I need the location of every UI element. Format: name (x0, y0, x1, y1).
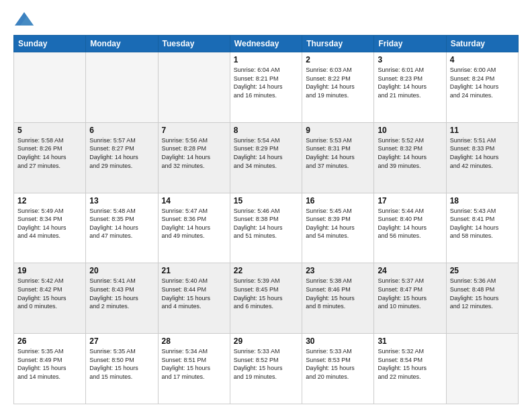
day-info: Sunrise: 5:42 AMSunset: 8:42 PMDaylight:… (17, 277, 82, 310)
calendar-cell (446, 334, 518, 404)
calendar-cell: 21Sunrise: 5:40 AMSunset: 8:44 PMDayligh… (158, 263, 230, 334)
page: SundayMondayTuesdayWednesdayThursdayFrid… (0, 0, 532, 411)
day-info: Sunrise: 6:00 AMSunset: 8:24 PMDaylight:… (450, 66, 515, 99)
weekday-header-friday: Friday (374, 36, 446, 52)
calendar-cell: 10Sunrise: 5:52 AMSunset: 8:32 PMDayligh… (374, 122, 446, 193)
calendar-cell: 19Sunrise: 5:42 AMSunset: 8:42 PMDayligh… (14, 263, 86, 334)
day-number: 8 (234, 126, 298, 135)
day-number: 11 (450, 126, 515, 135)
day-number: 19 (17, 266, 82, 275)
calendar-cell: 24Sunrise: 5:37 AMSunset: 8:47 PMDayligh… (374, 263, 446, 334)
calendar-cell: 27Sunrise: 5:35 AMSunset: 8:50 PMDayligh… (86, 334, 158, 404)
calendar-cell: 23Sunrise: 5:38 AMSunset: 8:46 PMDayligh… (302, 263, 374, 334)
day-info: Sunrise: 5:40 AMSunset: 8:44 PMDaylight:… (162, 277, 226, 310)
calendar-cell: 6Sunrise: 5:57 AMSunset: 8:27 PMDaylight… (86, 122, 158, 193)
day-number: 2 (306, 55, 370, 64)
calendar-cell: 25Sunrise: 5:36 AMSunset: 8:48 PMDayligh… (446, 263, 518, 334)
weekday-header-tuesday: Tuesday (158, 36, 230, 52)
day-info: Sunrise: 5:56 AMSunset: 8:28 PMDaylight:… (162, 136, 226, 170)
day-info: Sunrise: 5:43 AMSunset: 8:41 PMDaylight:… (450, 207, 515, 240)
day-number: 21 (162, 266, 226, 275)
calendar-table: SundayMondayTuesdayWednesdayThursdayFrid… (13, 35, 519, 404)
calendar-cell: 16Sunrise: 5:45 AMSunset: 8:39 PMDayligh… (302, 193, 374, 263)
day-info: Sunrise: 5:35 AMSunset: 8:49 PMDaylight:… (17, 347, 82, 381)
day-number: 25 (450, 266, 515, 275)
weekday-header-saturday: Saturday (446, 36, 518, 52)
day-number: 10 (378, 126, 442, 135)
day-info: Sunrise: 5:54 AMSunset: 8:29 PMDaylight:… (234, 136, 298, 170)
day-number: 13 (89, 196, 154, 205)
day-info: Sunrise: 5:49 AMSunset: 8:34 PMDaylight:… (17, 207, 82, 240)
calendar-cell: 30Sunrise: 5:33 AMSunset: 8:53 PMDayligh… (302, 334, 374, 404)
day-info: Sunrise: 5:44 AMSunset: 8:40 PMDaylight:… (378, 207, 442, 240)
day-info: Sunrise: 5:39 AMSunset: 8:45 PMDaylight:… (234, 277, 298, 310)
calendar-cell: 26Sunrise: 5:35 AMSunset: 8:49 PMDayligh… (14, 334, 86, 404)
calendar-cell: 12Sunrise: 5:49 AMSunset: 8:34 PMDayligh… (14, 193, 86, 263)
day-info: Sunrise: 5:58 AMSunset: 8:26 PMDaylight:… (17, 136, 82, 170)
weekday-header-monday: Monday (86, 36, 158, 52)
calendar-cell: 11Sunrise: 5:51 AMSunset: 8:33 PMDayligh… (446, 122, 518, 193)
day-number: 5 (17, 126, 82, 135)
calendar-cell: 18Sunrise: 5:43 AMSunset: 8:41 PMDayligh… (446, 193, 518, 263)
day-number: 7 (162, 126, 226, 135)
day-number: 20 (89, 266, 154, 275)
calendar-cell: 7Sunrise: 5:56 AMSunset: 8:28 PMDaylight… (158, 122, 230, 193)
day-info: Sunrise: 5:36 AMSunset: 8:48 PMDaylight:… (450, 277, 515, 310)
day-info: Sunrise: 5:45 AMSunset: 8:39 PMDaylight:… (306, 207, 370, 240)
calendar-cell: 14Sunrise: 5:47 AMSunset: 8:36 PMDayligh… (158, 193, 230, 263)
day-info: Sunrise: 5:41 AMSunset: 8:43 PMDaylight:… (89, 277, 154, 310)
day-info: Sunrise: 5:35 AMSunset: 8:50 PMDaylight:… (89, 347, 154, 381)
calendar-cell: 31Sunrise: 5:32 AMSunset: 8:54 PMDayligh… (374, 334, 446, 404)
day-info: Sunrise: 6:01 AMSunset: 8:23 PMDaylight:… (378, 66, 442, 99)
day-number: 26 (17, 336, 82, 346)
day-number: 1 (234, 55, 298, 64)
day-number: 24 (378, 266, 442, 275)
day-number: 15 (234, 196, 298, 205)
day-number: 23 (306, 266, 370, 275)
header (13, 11, 519, 30)
calendar-cell: 3Sunrise: 6:01 AMSunset: 8:23 PMDaylight… (374, 52, 446, 123)
logo-icon (13, 11, 35, 30)
calendar-cell: 1Sunrise: 6:04 AMSunset: 8:21 PMDaylight… (230, 52, 302, 123)
day-info: Sunrise: 5:53 AMSunset: 8:31 PMDaylight:… (306, 136, 370, 170)
day-number: 29 (234, 336, 298, 346)
day-info: Sunrise: 5:34 AMSunset: 8:51 PMDaylight:… (162, 347, 226, 381)
weekday-header-wednesday: Wednesday (230, 36, 302, 52)
day-number: 27 (89, 336, 154, 346)
calendar-cell: 17Sunrise: 5:44 AMSunset: 8:40 PMDayligh… (374, 193, 446, 263)
logo (13, 11, 38, 30)
calendar-cell: 2Sunrise: 6:03 AMSunset: 8:22 PMDaylight… (302, 52, 374, 123)
day-number: 28 (162, 336, 226, 346)
calendar-cell: 15Sunrise: 5:46 AMSunset: 8:38 PMDayligh… (230, 193, 302, 263)
day-info: Sunrise: 5:57 AMSunset: 8:27 PMDaylight:… (89, 136, 154, 170)
day-number: 22 (234, 266, 298, 275)
day-number: 14 (162, 196, 226, 205)
day-info: Sunrise: 5:52 AMSunset: 8:32 PMDaylight:… (378, 136, 442, 170)
calendar-cell: 4Sunrise: 6:00 AMSunset: 8:24 PMDaylight… (446, 52, 518, 123)
calendar-cell: 8Sunrise: 5:54 AMSunset: 8:29 PMDaylight… (230, 122, 302, 193)
day-info: Sunrise: 5:33 AMSunset: 8:53 PMDaylight:… (306, 347, 370, 381)
day-number: 3 (378, 55, 442, 64)
day-info: Sunrise: 5:37 AMSunset: 8:47 PMDaylight:… (378, 277, 442, 310)
day-number: 16 (306, 196, 370, 205)
weekday-header-thursday: Thursday (302, 36, 374, 52)
calendar-cell (14, 52, 86, 123)
calendar-cell: 22Sunrise: 5:39 AMSunset: 8:45 PMDayligh… (230, 263, 302, 334)
day-number: 9 (306, 126, 370, 135)
weekday-header-sunday: Sunday (14, 36, 86, 52)
calendar-cell: 28Sunrise: 5:34 AMSunset: 8:51 PMDayligh… (158, 334, 230, 404)
day-info: Sunrise: 5:33 AMSunset: 8:52 PMDaylight:… (234, 347, 298, 381)
day-info: Sunrise: 5:38 AMSunset: 8:46 PMDaylight:… (306, 277, 370, 310)
day-info: Sunrise: 5:48 AMSunset: 8:35 PMDaylight:… (89, 207, 154, 240)
day-number: 4 (450, 55, 515, 64)
calendar-cell: 9Sunrise: 5:53 AMSunset: 8:31 PMDaylight… (302, 122, 374, 193)
calendar-cell (158, 52, 230, 123)
day-info: Sunrise: 6:03 AMSunset: 8:22 PMDaylight:… (306, 66, 370, 99)
day-info: Sunrise: 5:32 AMSunset: 8:54 PMDaylight:… (378, 347, 442, 381)
day-number: 18 (450, 196, 515, 205)
day-number: 12 (17, 196, 82, 205)
calendar-cell: 29Sunrise: 5:33 AMSunset: 8:52 PMDayligh… (230, 334, 302, 404)
day-info: Sunrise: 5:47 AMSunset: 8:36 PMDaylight:… (162, 207, 226, 240)
calendar-cell (86, 52, 158, 123)
day-info: Sunrise: 5:46 AMSunset: 8:38 PMDaylight:… (234, 207, 298, 240)
